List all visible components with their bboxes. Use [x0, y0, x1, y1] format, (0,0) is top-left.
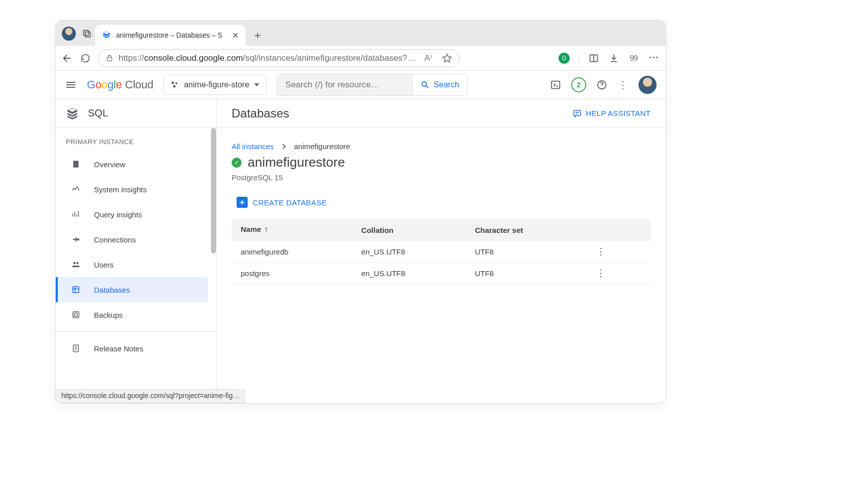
plus-icon: ＋ — [237, 197, 248, 208]
sidebar-item-backups[interactable]: Backups — [56, 302, 208, 327]
help-icon[interactable] — [596, 79, 607, 90]
col-collation[interactable]: Collation — [352, 219, 466, 241]
browser-profile-avatar[interactable] — [62, 27, 76, 41]
sidebar-item-release-notes[interactable]: Release Notes — [56, 336, 208, 361]
read-aloud-icon[interactable]: A⁾ — [424, 53, 432, 63]
create-database-label: CREATE DATABASE — [253, 198, 327, 207]
sidebar-item-label: Users — [94, 261, 114, 269]
sidebar-item-databases[interactable]: Databases — [56, 277, 208, 302]
sidebar-item-connections[interactable]: Connections — [56, 227, 208, 252]
breadcrumb-root[interactable]: All instances — [232, 142, 274, 151]
sidebar-item-label: Overview — [94, 160, 126, 169]
browser-tab-strip: animefigurestore – Databases – S ✕ ＋ — [56, 21, 666, 46]
svg-point-5 — [175, 82, 177, 84]
row-actions-icon[interactable]: ⋮ — [596, 268, 605, 278]
project-icon — [171, 81, 179, 89]
users-icon — [71, 260, 81, 270]
svg-point-12 — [73, 262, 76, 265]
browser-window: animefigurestore – Databases – S ✕ ＋ htt… — [55, 20, 666, 404]
svg-rect-10 — [73, 161, 79, 168]
refresh-button[interactable] — [80, 53, 91, 64]
tab-title: animefigurestore – Databases – S — [116, 31, 223, 39]
google-cloud-logo[interactable]: Google Cloud — [87, 78, 153, 91]
svg-point-4 — [172, 81, 174, 84]
instance-title: ✓ animefigurestore — [232, 155, 651, 170]
notifications-badge[interactable]: 2 — [571, 77, 586, 92]
sidebar-scroll: PRIMARY INSTANCE Overview System insight… — [56, 128, 216, 403]
new-tab-button[interactable]: ＋ — [249, 26, 267, 44]
cloud-shell-icon[interactable] — [550, 79, 561, 90]
row-actions-icon[interactable]: ⋮ — [596, 246, 605, 257]
browser-status-bar: https://console.cloud.google.com/sql?pro… — [56, 389, 245, 403]
project-name: anime-figure-store — [184, 80, 249, 89]
help-assistant-label: HELP ASSISTANT — [586, 109, 651, 117]
project-picker[interactable]: anime-figure-store — [163, 75, 267, 95]
databases-table: Name↑ Collation Character set animefigur… — [232, 219, 651, 284]
svg-rect-14 — [73, 287, 79, 293]
product-header[interactable]: SQL — [56, 99, 216, 128]
svg-rect-0 — [83, 30, 88, 35]
account-avatar[interactable] — [638, 76, 657, 94]
browser-more-icon[interactable]: ··· — [649, 53, 660, 64]
cell-name: animefiguredb — [232, 241, 352, 263]
gcp-header: Google Cloud anime-figure-store Search 2 — [56, 71, 666, 99]
svg-rect-18 — [574, 110, 581, 116]
sidebar-item-label: Release Notes — [94, 344, 143, 353]
caret-down-icon — [254, 83, 259, 86]
tab-overview-icon[interactable] — [82, 29, 92, 39]
sidebar-item-system-insights[interactable]: System insights — [56, 177, 208, 202]
backups-icon — [71, 310, 81, 320]
cell-collation: en_US.UTF8 — [352, 241, 466, 263]
release-notes-icon — [71, 343, 81, 353]
split-screen-icon[interactable] — [588, 53, 599, 64]
nav-menu-icon[interactable] — [65, 79, 77, 91]
grammarly-extension-icon[interactable]: G — [559, 53, 570, 64]
cell-charset: UTF8 — [466, 263, 587, 284]
help-assistant-button[interactable]: HELP ASSISTANT — [573, 109, 651, 118]
address-bar[interactable]: https://console.cloud.google.com/sql/ins… — [98, 49, 460, 67]
cloud-sql-favicon-icon — [102, 31, 111, 40]
browser-toolbar: https://console.cloud.google.com/sql/ins… — [56, 46, 666, 71]
main-header: Databases HELP ASSISTANT — [217, 99, 666, 128]
gcp-more-icon[interactable]: ⋮ — [617, 79, 628, 90]
svg-rect-15 — [73, 312, 79, 318]
browser-tab[interactable]: animefigurestore – Databases – S ✕ — [95, 25, 246, 46]
breadcrumb-leaf: animefigurestore — [294, 142, 350, 151]
sidebar-item-label: System insights — [94, 185, 147, 194]
toolbar-divider — [579, 53, 579, 64]
search-button[interactable]: Search — [412, 74, 467, 95]
app-body: SQL PRIMARY INSTANCE Overview System ins… — [56, 99, 666, 403]
lock-icon — [105, 54, 114, 62]
svg-point-13 — [76, 262, 79, 265]
sidebar-divider — [56, 331, 216, 332]
sort-asc-icon: ↑ — [264, 225, 269, 234]
favorite-icon[interactable] — [442, 53, 452, 63]
col-charset[interactable]: Character set — [466, 219, 587, 241]
cell-name: postgres — [232, 263, 352, 284]
back-button[interactable] — [62, 53, 73, 64]
quote-extension-icon[interactable]: 99 — [628, 53, 639, 64]
table-header-row: Name↑ Collation Character set — [232, 219, 651, 241]
sidebar-item-users[interactable]: Users — [56, 252, 208, 277]
databases-icon — [71, 285, 81, 295]
table-row: postgres en_US.UTF8 UTF8 ⋮ — [232, 263, 651, 284]
sidebar-item-overview[interactable]: Overview — [56, 152, 208, 177]
url-text: https://console.cloud.google.com/sql/ins… — [119, 53, 419, 63]
main-content: All instances animefigurestore ✓ animefi… — [217, 128, 666, 298]
sidebar: SQL PRIMARY INSTANCE Overview System ins… — [56, 99, 217, 403]
search-input[interactable] — [277, 74, 412, 95]
sidebar-item-query-insights[interactable]: Query insights — [56, 202, 208, 227]
search-button-label: Search — [434, 80, 459, 89]
breadcrumb: All instances animefigurestore — [232, 142, 651, 151]
product-label: SQL — [88, 107, 108, 119]
create-database-button[interactable]: ＋ CREATE DATABASE — [237, 197, 327, 208]
col-name[interactable]: Name↑ — [232, 219, 352, 241]
sidebar-section-label: PRIMARY INSTANCE — [56, 128, 216, 152]
cell-collation: en_US.UTF8 — [352, 263, 466, 284]
gcp-search: Search — [277, 74, 468, 96]
svg-rect-1 — [85, 32, 90, 37]
svg-point-6 — [173, 85, 176, 87]
downloads-icon[interactable] — [608, 53, 619, 64]
tab-close-icon[interactable]: ✕ — [232, 31, 239, 40]
scrollbar-thumb[interactable] — [211, 128, 216, 254]
